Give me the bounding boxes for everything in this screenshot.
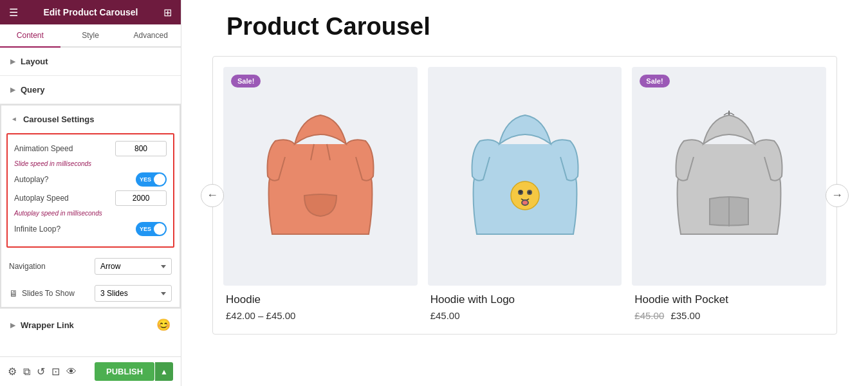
carousel-wrapper: ← Sale! bbox=[201, 56, 849, 335]
menu-icon[interactable]: ☰ bbox=[9, 6, 18, 19]
slides-to-show-label-wrapper: 🖥 Slides To Show bbox=[9, 288, 75, 299]
product-image-wrapper-logo bbox=[428, 67, 622, 286]
infinite-loop-thumb bbox=[154, 223, 165, 235]
autoplay-speed-label: Autoplay Speed bbox=[14, 194, 69, 203]
carousel-prev-button[interactable]: ← bbox=[201, 184, 224, 207]
product-price-logo: £45.00 bbox=[430, 310, 620, 321]
slides-to-show-select[interactable]: 1 Slide 2 Slides 3 Slides 4 Slides bbox=[95, 285, 172, 302]
query-label: Query bbox=[21, 85, 45, 95]
responsive-icon[interactable]: ⊡ bbox=[51, 365, 60, 378]
bottom-bar: ⚙ ⧉ ↺ ⊡ 👁 PUBLISH ▲ bbox=[0, 356, 181, 386]
chevron-right-icon3: ▶ bbox=[10, 322, 15, 329]
wrapper-link-left: ▶ Wrapper Link bbox=[10, 320, 74, 330]
animation-speed-hint: Slide speed in milliseconds bbox=[14, 160, 167, 167]
product-info-hoodie: Hoodie £42.00 – £45.00 bbox=[223, 286, 418, 324]
product-card-hoodie: Sale! bbox=[223, 67, 418, 324]
panel-content: ▶ Layout ▶ Query ▼ Carousel Settings Ani… bbox=[0, 48, 181, 356]
layout-accordion-header[interactable]: ▶ Layout bbox=[0, 48, 181, 75]
carousel-title: Product Carousel bbox=[201, 13, 430, 41]
animation-speed-input[interactable] bbox=[115, 141, 167, 156]
animation-speed-row: Animation Speed bbox=[14, 141, 167, 156]
product-info-logo: Hoodie with Logo £45.00 bbox=[428, 286, 622, 324]
left-panel: ☰ Edit Product Carousel ⊞ Content Style … bbox=[0, 0, 181, 386]
panel-header: ☰ Edit Product Carousel ⊞ bbox=[0, 0, 181, 24]
carousel-settings-form: Animation Speed Slide speed in milliseco… bbox=[6, 133, 174, 248]
publish-arrow-button[interactable]: ▲ bbox=[155, 362, 173, 381]
carousel-track: Sale! bbox=[212, 56, 837, 335]
toggle-yes-label: YES bbox=[140, 176, 151, 183]
infinite-loop-label: Infinite Loop? bbox=[14, 225, 60, 234]
infinite-loop-row: Infinite Loop? YES bbox=[14, 222, 167, 236]
history-icon[interactable]: ↺ bbox=[37, 365, 45, 378]
toggle-thumb bbox=[154, 174, 165, 185]
accordion-query: ▶ Query bbox=[0, 76, 181, 104]
slides-to-show-label: Slides To Show bbox=[22, 289, 75, 298]
grid-icon[interactable]: ⊞ bbox=[163, 6, 172, 19]
autoplay-toggle[interactable]: YES bbox=[136, 172, 167, 187]
product-card-hoodie-pocket: Sale! bbox=[632, 67, 826, 324]
sale-badge-hoodie: Sale! bbox=[231, 75, 261, 87]
hoodie-image-gray bbox=[671, 106, 787, 247]
carousel-settings-section: ▼ Carousel Settings Animation Speed Slid… bbox=[0, 104, 181, 308]
infinite-loop-toggle[interactable]: YES bbox=[136, 222, 167, 236]
chevron-down-icon: ▼ bbox=[11, 116, 18, 123]
autoplay-speed-hint: Autoplay speed in milliseconds bbox=[14, 210, 167, 217]
wrapper-link-section[interactable]: ▶ Wrapper Link 😊 bbox=[0, 308, 181, 341]
autoplay-row: Autoplay? YES bbox=[14, 172, 167, 187]
carousel-next-button[interactable]: → bbox=[826, 184, 849, 207]
publish-group: PUBLISH ▲ bbox=[95, 362, 173, 381]
product-image-wrapper-pocket: Sale! bbox=[632, 67, 826, 286]
carousel-settings-label: Carousel Settings bbox=[23, 115, 95, 124]
slides-to-show-row: 🖥 Slides To Show 1 Slide 2 Slides 3 Slid… bbox=[1, 280, 180, 307]
product-card-hoodie-logo: Hoodie with Logo £45.00 bbox=[428, 67, 622, 324]
product-info-pocket: Hoodie with Pocket £45.00 £35.00 bbox=[632, 286, 826, 324]
product-name-hoodie: Hoodie bbox=[226, 293, 415, 306]
animation-speed-label: Animation Speed bbox=[14, 144, 73, 153]
query-accordion-header[interactable]: ▶ Query bbox=[0, 76, 181, 104]
tab-advanced[interactable]: Advanced bbox=[120, 24, 181, 48]
product-name-logo: Hoodie with Logo bbox=[430, 293, 620, 306]
autoplay-speed-input[interactable] bbox=[115, 190, 167, 206]
product-name-pocket: Hoodie with Pocket bbox=[634, 293, 824, 306]
svg-point-5 bbox=[522, 200, 528, 205]
chevron-right-icon2: ▶ bbox=[10, 86, 15, 93]
sale-badge-pocket: Sale! bbox=[640, 75, 669, 87]
smiley-icon: 😊 bbox=[156, 318, 171, 332]
main-area: Product Carousel ← Sale! bbox=[181, 0, 868, 386]
svg-point-4 bbox=[528, 190, 531, 194]
tab-content[interactable]: Content bbox=[0, 24, 60, 48]
navigation-row: Navigation Arrow Dots None bbox=[1, 253, 180, 280]
hoodie-image-blue bbox=[467, 106, 583, 247]
carousel-settings-header[interactable]: ▼ Carousel Settings bbox=[1, 106, 180, 133]
monitor-icon: 🖥 bbox=[9, 288, 18, 299]
price-original-pocket: £45.00 bbox=[634, 310, 664, 321]
navigation-label: Navigation bbox=[9, 262, 46, 271]
eye-icon[interactable]: 👁 bbox=[66, 366, 77, 378]
tab-style[interactable]: Style bbox=[60, 24, 121, 48]
product-price-pocket: £45.00 £35.00 bbox=[634, 310, 824, 321]
product-image-wrapper-hoodie: Sale! bbox=[223, 67, 418, 286]
autoplay-label: Autoplay? bbox=[14, 175, 48, 184]
layout-label: Layout bbox=[21, 57, 48, 66]
gear-icon[interactable]: ⚙ bbox=[8, 365, 17, 378]
chevron-right-icon: ▶ bbox=[10, 58, 15, 65]
wrapper-link-label: Wrapper Link bbox=[21, 320, 74, 330]
autoplay-speed-row: Autoplay Speed bbox=[14, 190, 167, 206]
accordion-layout: ▶ Layout bbox=[0, 48, 181, 76]
panel-tabs: Content Style Advanced bbox=[0, 24, 181, 48]
hoodie-image-salmon bbox=[263, 106, 378, 247]
navigation-select[interactable]: Arrow Dots None bbox=[95, 258, 172, 275]
panel-title: Edit Product Carousel bbox=[43, 7, 138, 17]
layers-icon[interactable]: ⧉ bbox=[23, 366, 30, 378]
publish-button[interactable]: PUBLISH bbox=[95, 362, 154, 381]
price-sale-pocket: £35.00 bbox=[670, 310, 700, 321]
product-price-hoodie: £42.00 – £45.00 bbox=[226, 310, 415, 321]
infinite-loop-yes-label: YES bbox=[140, 226, 151, 232]
